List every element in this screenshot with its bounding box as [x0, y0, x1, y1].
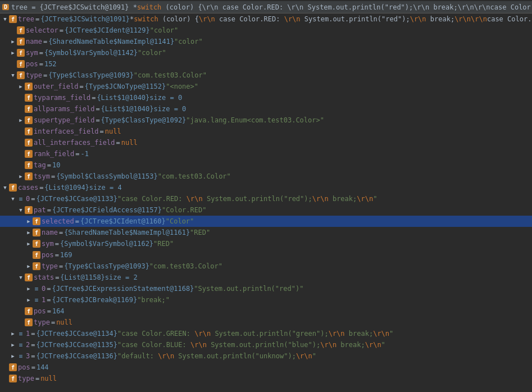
row-cases[interactable]: f cases = {List@1094} size = 4: [0, 182, 532, 193]
row-pos[interactable]: f pos = 152: [0, 58, 532, 70]
str-stats-1: "break;": [137, 296, 170, 304]
row-supertype[interactable]: f supertype_field = {Type$ClassType@1092…: [0, 115, 532, 126]
icon-f-interfaces: f: [25, 127, 33, 135]
arrow-sym[interactable]: [9, 49, 17, 57]
size-stats: size = 2: [105, 274, 138, 281]
arrow-case-1[interactable]: [9, 330, 17, 338]
key-supertype: supertype_field: [34, 116, 94, 124]
icon-lines-2: ≡: [17, 341, 25, 349]
ref-type: {Type$ClassType@1093}: [48, 71, 134, 79]
header-icon: D: [2, 4, 9, 10]
size-typarams: size = 0: [149, 94, 182, 102]
arrow-case-2[interactable]: [9, 341, 17, 349]
row-tsym[interactable]: f tsym = {Symbol$ClassSymbol@1153} "com.…: [0, 171, 532, 182]
row-tree[interactable]: f tree = {JCTree$JCSwitch@1091} *switch …: [0, 13, 532, 25]
icon-f-pos-169: f: [33, 251, 40, 259]
eq-type: =: [43, 71, 47, 79]
arrow-case-3[interactable]: [9, 352, 17, 360]
str-case-1: "case Color.GREEN: \r\n System.out.print…: [117, 330, 393, 338]
row-sym-red[interactable]: f sym = {Symbol$VarSymbol@1162} "RED": [0, 238, 532, 249]
row-case-2[interactable]: ≡ 2 = {JCTree$JCCase@1135} "case Color.B…: [0, 339, 532, 350]
key-pos-144: pos: [18, 363, 30, 371]
arrow-type-null: [17, 318, 25, 326]
arrow-outer-field[interactable]: [17, 83, 25, 90]
row-outer-field[interactable]: f outer_field = {Type$JCNoType@1152} "<n…: [0, 81, 532, 92]
key-selector: selector: [26, 26, 58, 34]
icon-f-selector: f: [17, 26, 25, 34]
icon-f-tag: f: [25, 161, 33, 169]
row-case-0[interactable]: ≡ 0 = {JCTree$JCCase@1133} "case Color.R…: [0, 193, 532, 204]
ref-tree: {JCTree$JCSwitch@1091}: [40, 15, 130, 23]
num-pos-169: 169: [60, 251, 72, 259]
row-selected[interactable]: f selected = {JCTree$JCIdent@1160} "Colo…: [0, 216, 532, 227]
str-stats-0: "System.out.println("red")": [194, 285, 303, 293]
key-case-1: 1: [26, 330, 30, 338]
row-type-color[interactable]: f type = {Type$ClassType@1093} "com.test…: [0, 261, 532, 272]
arrow-type-null2: [1, 375, 9, 382]
key-typarams: typarams_field: [34, 94, 90, 102]
row-typarams[interactable]: f typarams_field = {List$1@1040} size = …: [0, 92, 532, 103]
arrow-name-red[interactable]: [25, 229, 33, 236]
size-cases: size = 4: [89, 184, 122, 192]
icon-f-type-null: f: [25, 318, 33, 326]
arrow-type-color[interactable]: [25, 262, 33, 270]
arrow-stats-1[interactable]: [25, 296, 33, 304]
row-allparams[interactable]: f allparams_field = {List$1@1040} size =…: [0, 103, 532, 115]
arrow-selected[interactable]: [25, 217, 33, 225]
arrow-all-interfaces: [17, 139, 25, 147]
row-selector[interactable]: f selector = {JCTree$JCIdent@1129} "colo…: [0, 25, 532, 36]
null-type-2: null: [40, 375, 57, 382]
row-rank[interactable]: f rank_field = -1: [0, 148, 532, 159]
key-case-3: 3: [26, 352, 30, 360]
eq-pos-164: =: [47, 307, 51, 315]
row-interfaces[interactable]: f interfaces_field = null: [0, 126, 532, 137]
str-pat: "Color.RED": [162, 206, 206, 214]
icon-lines-3: ≡: [17, 352, 25, 360]
row-type-null[interactable]: f type = null: [0, 317, 532, 328]
icon-f-allparams: f: [25, 105, 33, 113]
row-pos-164[interactable]: f pos = 164: [0, 306, 532, 317]
key-stats-0: 0: [42, 285, 46, 293]
eq-name-red: =: [59, 229, 63, 236]
arrow-supertype[interactable]: [17, 116, 25, 124]
arrow-sym-red[interactable]: [25, 240, 33, 248]
icon-f-tree: f: [9, 15, 17, 23]
arrow-stats-0[interactable]: [25, 285, 33, 293]
ref-sym: {Symbol$VarSymbol@1142}: [44, 49, 138, 57]
arrow-type[interactable]: [9, 71, 17, 79]
icon-lines-0: ≡: [17, 195, 25, 203]
arrow-name[interactable]: [9, 38, 17, 45]
row-stats-0[interactable]: ≡ 0 = {JCTree$JCExpressionStatement@1168…: [0, 283, 532, 294]
eq-pat: =: [47, 206, 51, 214]
arrow-tree[interactable]: [1, 15, 9, 23]
str-name-red: "RED": [190, 229, 210, 236]
key-selected: selected: [42, 217, 74, 225]
row-stats[interactable]: f stats = {List@1158} size = 2: [0, 272, 532, 283]
arrow-selector: [9, 26, 17, 34]
row-pos-169[interactable]: f pos = 169: [0, 249, 532, 261]
arrow-pat[interactable]: [17, 206, 25, 214]
row-type[interactable]: f type = {Type$ClassType@1093} "com.test…: [0, 70, 532, 81]
str-type: "com.test03.Color": [134, 71, 207, 79]
arrow-cases[interactable]: [1, 184, 9, 192]
eq-case-2: =: [31, 341, 35, 349]
eq-cases: =: [39, 184, 43, 192]
row-name-red[interactable]: f name = {SharedNameTable$NameImpl@1161}…: [0, 227, 532, 238]
row-type-null2[interactable]: f type = null: [0, 373, 532, 384]
arrow-stats[interactable]: [17, 274, 25, 281]
row-pos-144[interactable]: f pos = 144: [0, 362, 532, 373]
row-pat[interactable]: f pat = {JCTree$JCFieldAccess@1157} "Col…: [0, 204, 532, 216]
row-case-3[interactable]: ≡ 3 = {JCTree$JCCase@1136} "default: \r\…: [0, 350, 532, 362]
row-tag[interactable]: f tag = 10: [0, 159, 532, 171]
ref-name: {SharedNameTable$NameImpl@1141}: [48, 38, 174, 45]
ref-selected: {JCTree$JCIdent@1160}: [80, 217, 166, 225]
row-stats-1[interactable]: ≡ 1 = {JCTree$JCBreak@1169} "break;": [0, 294, 532, 306]
row-sym[interactable]: f sym = {Symbol$VarSymbol@1142} "color": [0, 47, 532, 58]
row-name[interactable]: f name = {SharedNameTable$NameImpl@1141}…: [0, 36, 532, 47]
eq-case-1: =: [31, 330, 35, 338]
row-case-1[interactable]: ≡ 1 = {JCTree$JCCase@1134} "case Color.G…: [0, 328, 532, 339]
arrow-case-0[interactable]: [9, 195, 17, 203]
arrow-tsym[interactable]: [17, 172, 25, 180]
row-all-interfaces[interactable]: f all_interfaces_field = null: [0, 137, 532, 148]
key-sym: sym: [26, 49, 38, 57]
